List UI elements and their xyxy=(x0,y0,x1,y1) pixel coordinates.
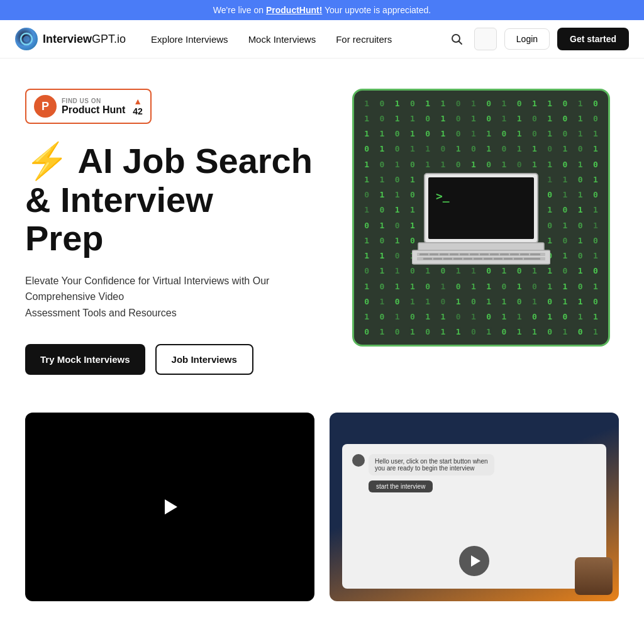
ph-score-number: 42 xyxy=(133,106,143,116)
matrix-char: 0 xyxy=(374,157,389,172)
banner-text-after: Your upvote is appreciated. xyxy=(322,5,431,15)
svg-rect-21 xyxy=(520,253,529,255)
matrix-char: 0 xyxy=(374,233,389,248)
matrix-char: 1 xyxy=(481,294,496,309)
matrix-char: 1 xyxy=(374,294,389,309)
hero-subtitle-line3: Assessment Tools and Resources xyxy=(25,308,177,318)
matrix-char: 0 xyxy=(573,172,588,187)
matrix-char: 1 xyxy=(420,309,435,325)
matrix-char: 1 xyxy=(359,203,374,218)
nav-actions: Login Get started xyxy=(447,28,629,50)
svg-rect-20 xyxy=(510,253,519,255)
matrix-char: 1 xyxy=(527,325,542,340)
banner-text-before: We're live on xyxy=(213,5,266,15)
matrix-char: 0 xyxy=(573,218,588,233)
matrix-char: 1 xyxy=(481,126,496,142)
matrix-char: 1 xyxy=(374,218,389,233)
matrix-char: 1 xyxy=(359,233,374,248)
matrix-char: 0 xyxy=(390,218,405,233)
matrix-char: 0 xyxy=(359,142,374,157)
matrix-char: 1 xyxy=(573,111,588,126)
matrix-char: 0 xyxy=(359,264,374,279)
svg-rect-28 xyxy=(474,258,482,260)
nav-for-recruiters[interactable]: For recruiters xyxy=(336,34,392,45)
svg-rect-24 xyxy=(433,258,442,260)
matrix-char: 0 xyxy=(390,142,405,157)
matrix-char: 0 xyxy=(451,111,466,126)
matrix-char: 1 xyxy=(405,325,420,340)
logo[interactable]: InterviewGPT.io xyxy=(15,28,126,50)
matrix-char: 0 xyxy=(451,96,466,111)
matrix-char: 1 xyxy=(420,294,435,309)
matrix-char: 1 xyxy=(527,294,542,309)
job-interviews-button[interactable]: Job Interviews xyxy=(155,344,253,375)
bottom-panels: Hello user, click on the start button wh… xyxy=(0,413,644,601)
matrix-char: 0 xyxy=(588,111,603,126)
play-button-right[interactable] xyxy=(459,546,489,576)
matrix-char: 0 xyxy=(496,126,511,142)
matrix-char: 0 xyxy=(390,325,405,340)
matrix-char: 0 xyxy=(527,309,542,325)
video-panel-left[interactable] xyxy=(25,413,314,601)
play-icon-right xyxy=(471,555,480,567)
svg-rect-32 xyxy=(514,258,523,260)
matrix-char: 1 xyxy=(390,264,405,279)
search-box[interactable] xyxy=(474,28,497,50)
matrix-char: 1 xyxy=(588,248,603,264)
video-panel-right[interactable]: Hello user, click on the start button wh… xyxy=(330,413,619,601)
try-mock-interviews-button[interactable]: Try Mock Interviews xyxy=(25,344,145,375)
search-button[interactable] xyxy=(447,29,467,49)
product-hunt-link[interactable]: ProductHunt! xyxy=(266,5,322,15)
get-started-button[interactable]: Get started xyxy=(557,28,629,50)
matrix-char: 0 xyxy=(557,96,572,111)
nav-explore-interviews[interactable]: Explore Interviews xyxy=(151,34,228,45)
matrix-char: 1 xyxy=(405,126,420,142)
matrix-char: 0 xyxy=(573,325,588,340)
matrix-char: 1 xyxy=(573,187,588,203)
laptop-illustration: >_ xyxy=(412,167,550,268)
matrix-char: 1 xyxy=(557,325,572,340)
matrix-char: 0 xyxy=(390,172,405,187)
matrix-char: 1 xyxy=(481,142,496,157)
matrix-char: 1 xyxy=(542,126,557,142)
matrix-char: 1 xyxy=(359,126,374,142)
matrix-char: 1 xyxy=(435,309,450,325)
ph-find-us-label: FIND US ON xyxy=(62,97,125,104)
matrix-char: 1 xyxy=(390,157,405,172)
matrix-char: 0 xyxy=(435,294,450,309)
matrix-char: 1 xyxy=(512,126,527,142)
matrix-char: 0 xyxy=(557,309,572,325)
matrix-char: 0 xyxy=(557,157,572,172)
matrix-char: 0 xyxy=(451,279,466,294)
matrix-char: 1 xyxy=(359,172,374,187)
matrix-char: 1 xyxy=(588,279,603,294)
product-hunt-text: FIND US ON Product Hunt xyxy=(62,97,125,116)
matrix-char: 0 xyxy=(359,294,374,309)
matrix-char: 1 xyxy=(481,279,496,294)
svg-rect-17 xyxy=(480,253,489,255)
login-button[interactable]: Login xyxy=(504,28,550,50)
logo-icon xyxy=(15,28,38,50)
nav-mock-interviews[interactable]: Mock Interviews xyxy=(248,34,316,45)
hero-title-line1: ⚡ AI Job Search xyxy=(25,141,313,180)
matrix-char: 1 xyxy=(573,264,588,279)
matrix-char: 0 xyxy=(557,233,572,248)
matrix-char: 1 xyxy=(512,325,527,340)
matrix-char: 1 xyxy=(512,279,527,294)
matrix-char: 1 xyxy=(512,111,527,126)
matrix-char: 1 xyxy=(420,96,435,111)
matrix-char: 0 xyxy=(542,294,557,309)
play-button-left[interactable] xyxy=(156,493,184,521)
ph-score: ▲ 42 xyxy=(133,96,143,116)
matrix-char: 1 xyxy=(359,248,374,264)
matrix-char: 0 xyxy=(573,248,588,264)
matrix-char: 1 xyxy=(542,111,557,126)
svg-rect-16 xyxy=(470,253,479,255)
matrix-char: 1 xyxy=(405,111,420,126)
matrix-char: 1 xyxy=(542,96,557,111)
matrix-char: 1 xyxy=(557,248,572,264)
matrix-char: 0 xyxy=(359,218,374,233)
product-hunt-badge[interactable]: P FIND US ON Product Hunt ▲ 42 xyxy=(25,89,152,124)
svg-rect-13 xyxy=(440,253,448,255)
matrix-char: 1 xyxy=(557,218,572,233)
